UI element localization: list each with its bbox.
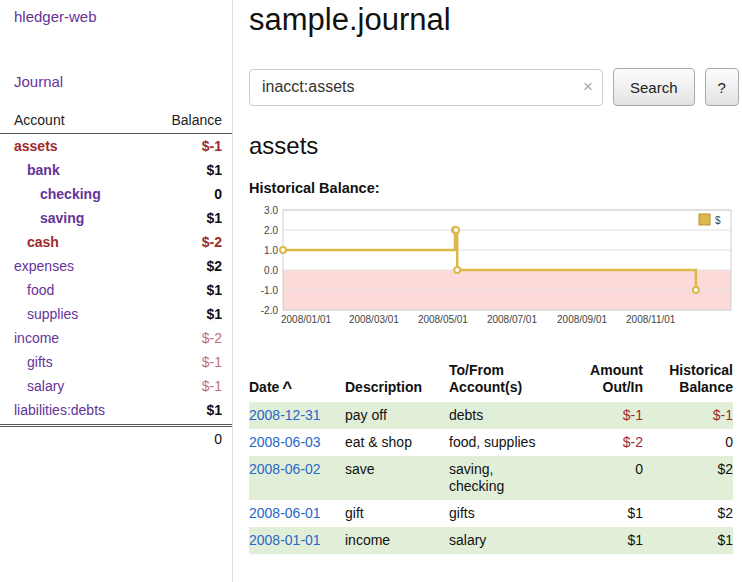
register-header-amount: Amount Out/In — [569, 362, 643, 402]
register-header-description: Description — [345, 362, 449, 402]
account-row: gifts$-1 — [0, 350, 232, 374]
account-balance: $2 — [206, 257, 222, 275]
sidebar-account-link[interactable]: income — [0, 329, 59, 347]
app-title-link[interactable]: hledger-web — [0, 8, 232, 25]
account-balance: $1 — [206, 209, 222, 227]
account-row: cash$-2 — [0, 230, 232, 254]
chart-y-tick-label: 1.0 — [264, 245, 278, 256]
date-cell: 2008-01-01 — [249, 527, 345, 554]
accounts-cell: debts — [449, 402, 569, 429]
accounts-table-header: Account Balance — [0, 110, 232, 134]
amount-cell: $-1 — [569, 402, 643, 429]
register-row: 2008-06-01giftgifts$1$2 — [249, 500, 733, 527]
chart-x-tick-label: 2008/11/01 — [626, 314, 676, 325]
chart-x-tick-label: 2008/05/01 — [418, 314, 468, 325]
accounts-cell: saving, checking — [449, 456, 569, 500]
help-button[interactable]: ? — [705, 68, 739, 106]
account-balance: $1 — [206, 305, 222, 323]
sidebar-account-link[interactable]: liabilities:debts — [0, 401, 105, 419]
register-header-row: Date^ Description To/From Account(s) Amo… — [249, 362, 733, 402]
account-balance: $1 — [206, 401, 222, 419]
main-content: sample.journal × Search ? assets Histori… — [233, 0, 742, 582]
account-balance: $-2 — [202, 329, 222, 347]
account-row: income$-2 — [0, 326, 232, 350]
chart-x-tick-label: 2008/01/01 — [281, 314, 331, 325]
date-cell: 2008-06-01 — [249, 500, 345, 527]
chart-y-tick-label: 0.0 — [264, 265, 278, 276]
sidebar-account-link[interactable]: saving — [0, 209, 84, 227]
accounts-header-balance: Balance — [171, 112, 222, 128]
amount-cell: $1 — [569, 500, 643, 527]
sidebar-account-link[interactable]: gifts — [0, 353, 53, 371]
register-header-date[interactable]: Date^ — [249, 362, 345, 402]
description-cell: pay off — [345, 402, 449, 429]
balance-cell: $1 — [643, 527, 733, 554]
date-cell: 2008-06-03 — [249, 429, 345, 456]
chart-y-tick-label: -2.0 — [261, 305, 279, 316]
description-cell: gift — [345, 500, 449, 527]
account-heading: assets — [249, 132, 739, 160]
sidebar-account-link[interactable]: supplies — [0, 305, 78, 323]
account-row: checking0 — [0, 182, 232, 206]
data-point-marker — [453, 227, 459, 233]
balance-cell: $2 — [643, 500, 733, 527]
accounts-cell: food, supplies — [449, 429, 569, 456]
chart-title: Historical Balance: — [249, 180, 739, 196]
register-header-accounts: To/From Account(s) — [449, 362, 569, 402]
register-row: 2008-06-03eat & shopfood, supplies$-20 — [249, 429, 733, 456]
app: hledger-web Journal Account Balance asse… — [0, 0, 742, 582]
amount-cell: $1 — [569, 527, 643, 554]
balance-cell: $-1 — [643, 402, 733, 429]
amount-cell: 0 — [569, 456, 643, 500]
chart-y-tick-label: 2.0 — [264, 225, 278, 236]
account-row: expenses$2 — [0, 254, 232, 278]
accounts-table: Account Balance assets$-1bank$1checking0… — [0, 110, 232, 451]
chart-y-tick-label: 3.0 — [264, 205, 278, 216]
account-balance: $1 — [206, 281, 222, 299]
sidebar-account-link[interactable]: assets — [0, 137, 58, 155]
register-row: 2008-12-31pay offdebts$-1$-1 — [249, 402, 733, 429]
accounts-cell: salary — [449, 527, 569, 554]
sidebar-account-link[interactable]: checking — [0, 185, 101, 203]
clear-search-icon[interactable]: × — [583, 77, 593, 97]
register-table-body: 2008-12-31pay offdebts$-1$-12008-06-03ea… — [249, 402, 733, 554]
balance-cell: 0 — [643, 429, 733, 456]
chart-y-tick-label: -1.0 — [261, 285, 279, 296]
transaction-date-link[interactable]: 2008-06-01 — [249, 505, 321, 521]
sidebar-account-link[interactable]: food — [0, 281, 54, 299]
transaction-date-link[interactable]: 2008-06-03 — [249, 434, 321, 450]
transaction-date-link[interactable]: 2008-06-02 — [249, 461, 321, 477]
account-row: salary$-1 — [0, 374, 232, 398]
balance-chart-svg: 3.02.01.00.0-1.0-2.02008/01/012008/03/01… — [249, 200, 737, 336]
sidebar-account-link[interactable]: bank — [0, 161, 60, 179]
sidebar-account-link[interactable]: salary — [0, 377, 64, 395]
sidebar-item-journal[interactable]: Journal — [0, 73, 232, 90]
account-row: assets$-1 — [0, 134, 232, 158]
register-header-balance: Historical Balance — [643, 362, 733, 402]
search-input[interactable] — [249, 69, 603, 106]
amount-cell: $-2 — [569, 429, 643, 456]
account-table-body: assets$-1bank$1checking0saving$1cash$-2e… — [0, 134, 232, 422]
account-row: liabilities:debts$1 — [0, 398, 232, 422]
description-cell: income — [345, 527, 449, 554]
chart-x-tick-label: 2008/07/01 — [487, 314, 537, 325]
register-table: Date^ Description To/From Account(s) Amo… — [249, 362, 733, 554]
date-cell: 2008-12-31 — [249, 402, 345, 429]
page-title: sample.journal — [249, 2, 739, 38]
accounts-total-balance: 0 — [0, 424, 232, 451]
transaction-date-link[interactable]: 2008-01-01 — [249, 532, 321, 548]
sidebar-account-link[interactable]: expenses — [0, 257, 74, 275]
sidebar: hledger-web Journal Account Balance asse… — [0, 0, 233, 582]
account-row: food$1 — [0, 278, 232, 302]
sidebar-account-link[interactable]: cash — [0, 233, 59, 251]
balance-cell: $2 — [643, 456, 733, 500]
search-button[interactable]: Search — [613, 68, 695, 106]
data-point-marker — [693, 287, 699, 293]
legend-label: $ — [715, 215, 721, 226]
account-row: bank$1 — [0, 158, 232, 182]
register-row: 2008-06-02savesaving, checking0$2 — [249, 456, 733, 500]
transaction-date-link[interactable]: 2008-12-31 — [249, 407, 321, 423]
date-header-label: Date — [249, 379, 279, 395]
description-cell: eat & shop — [345, 429, 449, 456]
account-row: saving$1 — [0, 206, 232, 230]
